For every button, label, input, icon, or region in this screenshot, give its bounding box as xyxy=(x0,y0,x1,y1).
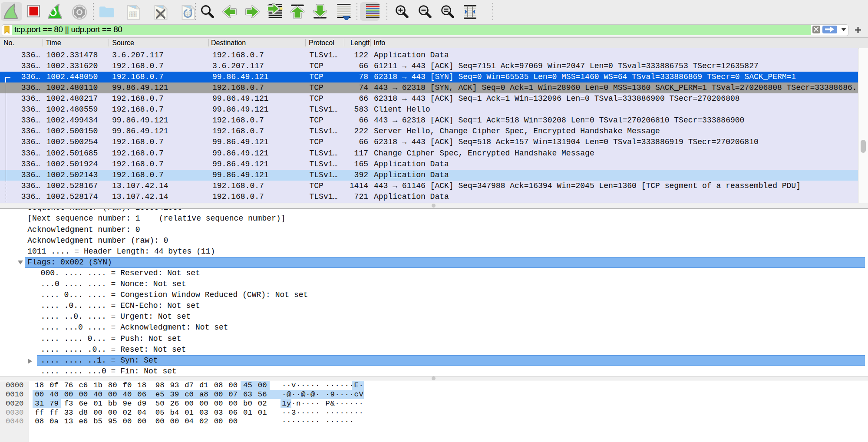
svg-text:01010: 01010 xyxy=(129,15,137,18)
